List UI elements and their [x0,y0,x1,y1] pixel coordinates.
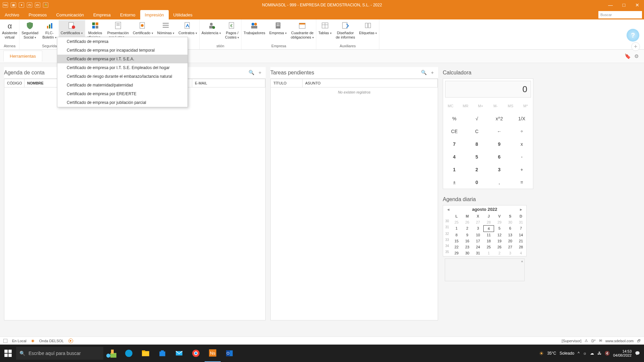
menu-comunicación[interactable]: Comunicación [52,10,89,19]
ribbon-flc-bolet-n[interactable]: FLC- Boletín ▾ [40,20,58,44]
th-titulo[interactable]: TÍTULO [271,79,303,87]
mail-icon[interactable]: ✉ [599,339,602,343]
cal-day-2[interactable]: 2 [462,225,473,232]
tareas-search-icon[interactable]: 🔍 [421,70,427,76]
tray-brightness-icon[interactable]: ☼ [583,351,587,356]
cal-day-3[interactable]: 3 [505,250,516,256]
ribbon-pagos-costes[interactable]: €Pagos / Costes ▾ [223,20,241,44]
tray-notifications-icon[interactable]: 💬 [635,351,640,356]
tb-outlook-icon[interactable]: O [221,345,237,362]
cal-day-11[interactable]: 11 [483,232,494,238]
ribbon-etiquetas[interactable]: Etiquetas ▾ [357,20,379,44]
cal-day-5[interactable]: 5 [494,225,505,232]
cal-day-4[interactable]: 4 [516,250,526,256]
start-button[interactable] [0,345,16,362]
help-button[interactable]: ? [627,29,639,42]
qat-app-icon[interactable]: Ns [3,2,8,8]
cal-day-28[interactable]: 28 [516,244,526,250]
cal-day-10[interactable]: 10 [473,232,483,238]
taskbar-cortana-image[interactable] [103,345,119,361]
ribbon-empresa[interactable]: Empresa ▾ [267,20,289,44]
qat-icon-3[interactable]: 🗀 [27,2,32,8]
calc-key-√[interactable]: √ [466,112,488,125]
weather-icon[interactable]: ☀ [539,350,544,357]
cal-day-25[interactable]: 25 [483,244,494,250]
cal-day-23[interactable]: 23 [462,244,473,250]
calc-key-CE[interactable]: CE [443,125,466,138]
ribbon-asistencia[interactable]: Asistencia ▾ [200,20,223,44]
calc-key-7[interactable]: 7 [443,138,466,150]
menu-empresa[interactable]: Empresa [89,10,115,19]
cal-day-7[interactable]: 7 [516,225,526,232]
calc-key-+[interactable]: + [511,163,533,176]
menu-procesos[interactable]: Procesos [24,10,51,19]
calc-key-←[interactable]: ← [488,125,511,138]
calc-key-5[interactable]: 5 [466,150,488,163]
ribbon-tablas[interactable]: Tablas ▾ [316,20,334,44]
cal-day-8[interactable]: 8 [451,232,462,238]
ribbon-cuadrante-de-obligaciones[interactable]: Cuadrante de obligaciones ▾ [289,20,316,44]
cal-day-21[interactable]: 21 [516,238,526,244]
cal-day-17[interactable]: 17 [473,238,483,244]
cloud-d-icon[interactable]: D° [591,339,595,343]
tb-edge-icon[interactable] [121,345,137,362]
dd-item-3[interactable]: Certificado de empresa por I.T. S.E. Emp… [57,63,187,72]
warning-icon[interactable]: ⚠ [585,339,588,343]
dd-item-0[interactable]: Certificado de empresa [57,37,187,46]
agenda-notes[interactable]: ▲ [445,258,525,281]
settings-icon[interactable]: ⚙ [633,53,639,59]
maximize-button[interactable]: □ [617,0,631,10]
tareas-add-icon[interactable]: ＋ [430,70,435,76]
calc-key-M*[interactable]: M* [518,100,533,112]
calc-key-6[interactable]: 6 [488,150,511,163]
status-url[interactable]: www.sdelsol.com [605,339,634,343]
menu-archivo[interactable]: Archivo [0,10,24,19]
external-link-icon[interactable]: 🗗 [637,339,641,343]
minimize-button[interactable]: — [604,0,617,10]
dd-item-7[interactable]: Certificado de empresa por jubilación pa… [57,98,187,107]
qat-lock-icon[interactable]: 🔒 [43,2,48,8]
cal-day-19[interactable]: 19 [494,238,505,244]
add-tab-button[interactable]: + [631,42,640,51]
calc-key-=[interactable]: = [511,176,533,189]
dd-item-4[interactable]: Certificado de riesgo durante el embaraz… [57,72,187,81]
cal-day-28[interactable]: 28 [483,219,494,225]
ribbon-dise-ador-de-informes[interactable]: Diseñador de informes [334,20,357,44]
tb-explorer-icon[interactable] [138,345,154,362]
weather-desc[interactable]: Soleado [559,351,574,356]
cal-day-27[interactable]: 27 [473,219,483,225]
calc-key-2[interactable]: 2 [466,163,488,176]
cal-day-30[interactable]: 30 [505,219,516,225]
cal-day-31[interactable]: 31 [473,250,483,256]
calc-key-,[interactable]: , [488,176,511,189]
cal-day-3[interactable]: 3 [473,225,483,232]
calc-key--[interactable]: - [511,150,533,163]
calc-key-MR[interactable]: MR [458,100,473,112]
local-checkbox[interactable] [3,339,7,343]
weather-temp[interactable]: 35°C [547,351,556,356]
cal-day-2[interactable]: 2 [494,250,505,256]
tray-chevron-icon[interactable]: ^ [578,351,580,356]
dd-item-6[interactable]: Certificado de empresa por ERE/ERTE [57,89,187,98]
cal-day-15[interactable]: 15 [451,238,462,244]
calc-key-M+[interactable]: M+ [473,100,488,112]
calc-key-x^2[interactable]: x^2 [488,112,511,125]
cal-day-29[interactable]: 29 [494,219,505,225]
onda-play-button[interactable]: ▶ [68,339,73,343]
qat-icon-4[interactable]: 🗁 [35,2,40,8]
close-button[interactable]: ✕ [631,0,644,10]
notes-scroll-icon[interactable]: ▲ [521,259,524,263]
cal-day-25[interactable]: 25 [451,219,462,225]
menu-utilidades[interactable]: Utilidades [169,10,197,19]
ribbon-asistente-virtual[interactable]: αAsistente virtual [0,20,19,44]
calc-key-÷[interactable]: ÷ [511,125,533,138]
cal-day-13[interactable]: 13 [505,232,516,238]
tb-chrome-icon[interactable] [188,345,204,362]
cal-day-18[interactable]: 18 [483,238,494,244]
cal-day-12[interactable]: 12 [494,232,505,238]
subtab-herramientas[interactable]: Herramientas [3,51,42,62]
tb-mail-icon[interactable] [171,345,187,362]
cal-day-14[interactable]: 14 [516,232,526,238]
cal-day-31[interactable]: 31 [516,219,526,225]
cal-day-16[interactable]: 16 [462,238,473,244]
